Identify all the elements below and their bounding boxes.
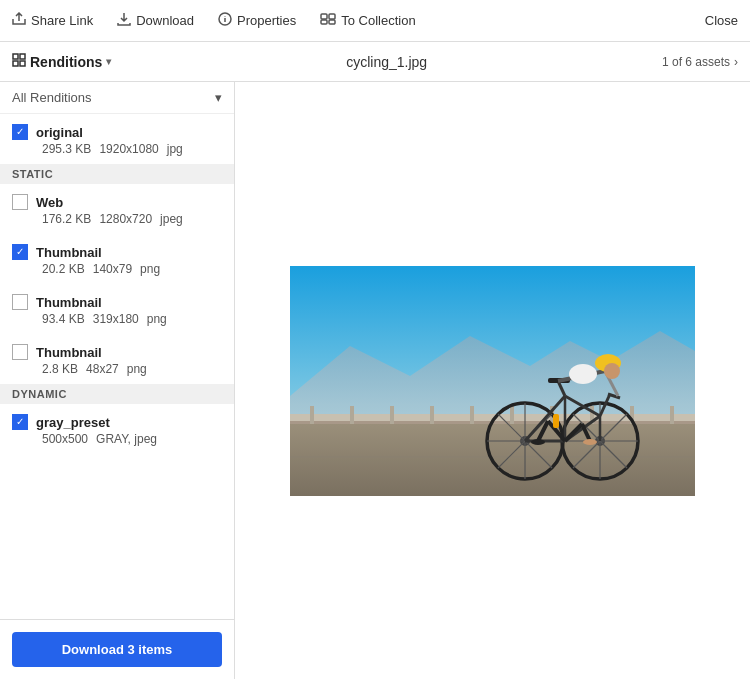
original-meta: 295.3 KB 1920x1080 jpg <box>12 140 222 160</box>
svg-point-56 <box>531 439 545 445</box>
collection-icon <box>320 12 336 29</box>
svg-point-53 <box>569 364 597 384</box>
file-title: cycling_1.jpg <box>111 54 662 70</box>
share-icon <box>12 12 26 29</box>
svg-rect-7 <box>13 61 18 66</box>
svg-rect-1 <box>321 14 327 19</box>
download-button[interactable]: Download <box>117 12 194 29</box>
cycling-image <box>290 266 695 496</box>
content-area <box>235 82 750 679</box>
rendition-thumbnail-2: Thumbnail 93.4 KB 319x180 png <box>0 284 234 334</box>
rendition-gray-preset: gray_preset 500x500 GRAY, jpeg <box>0 404 234 454</box>
main-layout: All Renditions ▾ original 295.3 KB 1920x… <box>0 82 750 679</box>
original-checkbox[interactable] <box>12 124 28 140</box>
rendition-thumbnail-1: Thumbnail 20.2 KB 140x79 png <box>0 234 234 284</box>
svg-rect-58 <box>553 414 559 428</box>
chevron-down-icon: ▾ <box>215 90 222 105</box>
asset-nav[interactable]: 1 of 6 assets › <box>662 55 738 69</box>
section-static: STATIC <box>0 164 234 184</box>
properties-button[interactable]: Properties <box>218 12 296 29</box>
web-meta: 176.2 KB 1280x720 jpeg <box>12 210 222 230</box>
toolbar: Share Link Download Properties To C <box>0 0 750 42</box>
share-link-button[interactable]: Share Link <box>12 12 93 29</box>
subheader: Renditions ▾ cycling_1.jpg 1 of 6 assets… <box>0 42 750 82</box>
sidebar-footer: Download 3 items <box>0 619 234 679</box>
thumbnail1-meta: 20.2 KB 140x79 png <box>12 260 222 280</box>
rendition-thumbnail-3: Thumbnail 2.8 KB 48x27 png <box>0 334 234 384</box>
download-items-button[interactable]: Download 3 items <box>12 632 222 667</box>
gray-preset-name: gray_preset <box>36 415 110 430</box>
thumbnail1-name: Thumbnail <box>36 245 102 260</box>
original-name: original <box>36 125 83 140</box>
chevron-right-icon: › <box>734 55 738 69</box>
rendition-original: original 295.3 KB 1920x1080 jpg <box>0 114 234 164</box>
svg-point-55 <box>604 363 620 379</box>
svg-rect-8 <box>20 61 25 66</box>
download-icon <box>117 12 131 29</box>
collection-button[interactable]: To Collection <box>320 12 415 29</box>
thumbnail3-meta: 2.8 KB 48x27 png <box>12 360 222 380</box>
gray-preset-checkbox[interactable] <box>12 414 28 430</box>
close-button[interactable]: Close <box>705 13 738 28</box>
info-icon <box>218 12 232 29</box>
svg-rect-4 <box>329 20 335 24</box>
thumbnail2-meta: 93.4 KB 319x180 png <box>12 310 222 330</box>
section-dynamic: DYNAMIC <box>0 384 234 404</box>
web-name: Web <box>36 195 63 210</box>
gray-preset-meta: 500x500 GRAY, jpeg <box>12 430 222 450</box>
renditions-dropdown[interactable]: Renditions ▾ <box>12 53 111 70</box>
rendition-web: Web 176.2 KB 1280x720 jpeg <box>0 184 234 234</box>
svg-point-57 <box>583 439 597 445</box>
thumbnail2-checkbox[interactable] <box>12 294 28 310</box>
svg-rect-6 <box>20 54 25 59</box>
thumbnail1-checkbox[interactable] <box>12 244 28 260</box>
thumbnail2-name: Thumbnail <box>36 295 102 310</box>
sidebar: All Renditions ▾ original 295.3 KB 1920x… <box>0 82 235 679</box>
svg-rect-3 <box>321 20 327 24</box>
svg-rect-5 <box>13 54 18 59</box>
svg-rect-2 <box>329 14 335 19</box>
renditions-filter[interactable]: All Renditions ▾ <box>0 82 234 114</box>
thumbnail3-name: Thumbnail <box>36 345 102 360</box>
thumbnail3-checkbox[interactable] <box>12 344 28 360</box>
web-checkbox[interactable] <box>12 194 28 210</box>
grid-icon <box>12 53 26 70</box>
